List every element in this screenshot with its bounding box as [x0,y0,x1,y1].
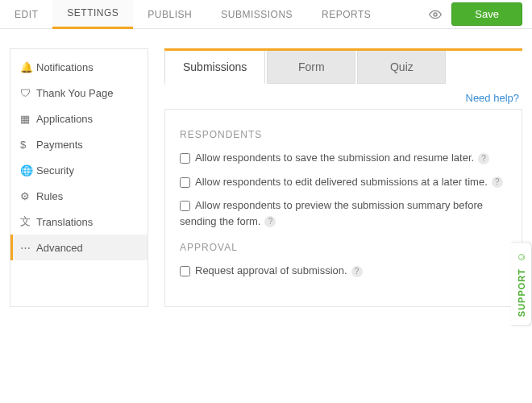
subtab-form[interactable]: Form [267,51,355,84]
sidebar-item-label: Security [36,164,74,177]
sidebar-item-notifications[interactable]: 🔔Notifications [10,54,148,80]
sidebar-item-applications[interactable]: ▦Applications [10,106,148,131]
apps-icon: ▦ [20,113,36,125]
topbar-tab-submissions[interactable]: SUBMISSIONS [206,0,307,29]
sidebar-item-security[interactable]: 🌐Security [10,157,148,183]
subtab-quiz[interactable]: Quiz [357,51,446,84]
sidebar-item-advanced[interactable]: ⋯Advanced [10,235,148,260]
preview-icon[interactable] [419,8,451,21]
hint-icon[interactable]: ? [264,216,276,227]
save-button[interactable]: Save [451,2,522,26]
support-tab[interactable]: SUPPORT ☺ [511,242,532,326]
bell-icon: 🔔 [20,61,36,73]
topbar-tabs: EDITSETTINGSPUBLISHSUBMISSIONSREPORTS [0,0,385,29]
sidebar-item-label: Advanced [36,242,83,254]
section-title: APPROVAL [180,242,507,253]
option-row: Allow respondents to save the submission… [180,150,507,166]
topbar-tab-settings[interactable]: SETTINGS [52,0,133,29]
sidebar-item-label: Notifications [36,61,94,73]
topbar-tab-publish[interactable]: PUBLISH [133,0,206,29]
option-label: Allow respondents to edit delivered subm… [195,176,488,188]
sidebar-item-label: Rules [36,190,63,202]
option-row: Allow respondents to preview the submiss… [180,197,507,229]
sidebar-item-translations[interactable]: 文Translations [10,209,148,235]
topbar: EDITSETTINGSPUBLISHSUBMISSIONSREPORTS Sa… [0,0,532,29]
sidebar-item-label: Applications [36,113,93,125]
option-label: Allow respondents to preview the submiss… [180,199,483,227]
sidebar-item-label: Translations [36,216,93,228]
hint-icon[interactable]: ? [351,266,363,277]
topbar-tab-reports[interactable]: REPORTS [307,0,385,29]
content: SubmissionsFormQuiz Need help? RESPONDEN… [164,48,522,307]
subtab-submissions[interactable]: Submissions [164,51,265,84]
main: 🔔Notifications🛡Thank You Page▦Applicatio… [0,29,532,307]
settings-panel: RESPONDENTSAllow respondents to save the… [164,109,522,307]
dollar-icon: $ [20,139,36,151]
globe-icon: 🌐 [20,164,36,177]
sidebar: 🔔Notifications🛡Thank You Page▦Applicatio… [10,48,148,307]
hint-icon[interactable]: ? [478,153,489,164]
subtabs: SubmissionsFormQuiz [164,48,522,84]
dots-icon: ⋯ [20,242,36,254]
sidebar-item-label: Thank You Page [36,87,113,99]
support-label: SUPPORT [517,268,526,317]
svg-point-0 [434,13,437,16]
option-checkbox[interactable] [180,177,190,188]
sidebar-item-rules[interactable]: ⚙Rules [10,183,148,209]
option-checkbox[interactable] [180,153,190,164]
option-row: Request approval of submission.? [180,263,507,279]
help-link[interactable]: Need help? [466,92,520,104]
translate-icon: 文 [20,214,36,229]
help-row: Need help? [164,84,522,109]
option-label: Request approval of submission. [195,264,347,276]
sidebar-item-label: Payments [36,139,83,151]
option-label: Allow respondents to save the submission… [195,152,474,164]
shield-icon: 🛡 [20,87,36,99]
section-title: RESPONDENTS [180,129,507,140]
option-checkbox[interactable] [180,201,190,211]
topbar-tab-edit[interactable]: EDIT [0,0,52,29]
sidebar-item-payments[interactable]: $Payments [10,131,148,157]
hint-icon[interactable]: ? [492,177,503,188]
option-checkbox[interactable] [180,266,190,276]
rules-icon: ⚙ [20,190,36,202]
smile-icon: ☺ [515,251,528,264]
sidebar-item-thank-you-page[interactable]: 🛡Thank You Page [10,80,148,106]
option-row: Allow respondents to edit delivered subm… [180,174,507,190]
